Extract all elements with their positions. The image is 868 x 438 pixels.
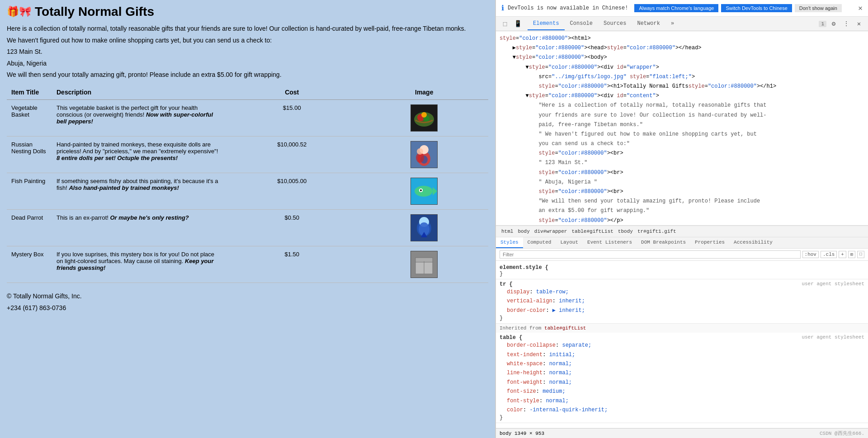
dom-line[interactable]: an extra $5.00 for gift wrapping." xyxy=(496,206,868,216)
prop-value: initial; xyxy=(549,352,576,358)
prop-name: font-style xyxy=(507,398,539,404)
address2: Abuja, Nigeria xyxy=(7,59,488,68)
prop-name: line-height xyxy=(507,370,542,376)
icon-filter1[interactable]: ⊞ xyxy=(848,251,855,258)
styles-panel-tabs: StylesComputedLayoutEvent ListenersDOM B… xyxy=(496,237,868,249)
breadcrumb-item[interactable]: body xyxy=(516,228,531,235)
gift-title: Vegetable Basket xyxy=(7,99,52,136)
breadcrumb-item[interactable]: tr#gift1.gift xyxy=(636,228,678,235)
tab-elements[interactable]: Elements xyxy=(528,18,565,30)
gift-title: Russian Nesting Dolls xyxy=(7,136,52,173)
style-section: user agent stylesheettable { border-coll… xyxy=(496,333,868,423)
inspect-icon[interactable]: ⬚ xyxy=(500,19,510,29)
style-property: border-collapse: separate; xyxy=(500,341,864,350)
dom-line[interactable]: your friends are sure to love! Our colle… xyxy=(496,111,868,120)
gift-image-thumb xyxy=(410,214,438,241)
gift-cost: $1.50 xyxy=(224,246,360,283)
filter-bar: :hov .cls + ⊞ □ xyxy=(496,249,868,261)
breadcrumb-item[interactable]: div#wrapper xyxy=(533,228,569,235)
logo-icons: 🎁🎀 xyxy=(7,6,31,18)
col-header-desc: Description xyxy=(52,85,224,100)
prop-name: border-color xyxy=(507,307,546,314)
tab-more[interactable]: » xyxy=(665,18,679,30)
dom-line[interactable]: ▼style="color:#880000"><div id="content"… xyxy=(496,91,868,101)
dom-line[interactable]: paid, free-range Tibetan monks." xyxy=(496,120,868,130)
dom-line[interactable]: style="color:#880000"></p> xyxy=(496,216,868,226)
styles-filter-input[interactable] xyxy=(500,250,801,259)
devtools-tabs: Elements Console Sources Network » xyxy=(528,18,679,30)
cls-filter[interactable]: .cls xyxy=(821,251,837,258)
gift-image xyxy=(360,136,488,173)
gift-description: This vegetable basket is the perfect gif… xyxy=(52,99,224,136)
footer-line2: +234 (617) 863-0736 xyxy=(7,304,488,313)
style-close-brace: } xyxy=(500,315,864,321)
styles-tab-computed[interactable]: Computed xyxy=(523,237,556,248)
dom-line[interactable]: " 123 Main St." xyxy=(496,158,868,168)
table-row: Russian Nesting DollsHand-painted by tra… xyxy=(7,136,488,173)
dont-show-button[interactable]: Don't show again xyxy=(795,4,842,12)
tab-sources[interactable]: Sources xyxy=(598,18,632,30)
dom-line[interactable]: ▼style="color:#880000"><body> xyxy=(496,53,868,62)
prop-value: inherit; xyxy=(559,298,585,304)
styles-tab-event-listeners[interactable]: Event Listeners xyxy=(583,237,637,248)
gift-cost: $0.50 xyxy=(224,209,360,246)
breadcrumb-item[interactable]: table#giftList xyxy=(570,228,615,235)
table-row: Mystery BoxIf you love suprises, this my… xyxy=(7,246,488,283)
dom-line[interactable]: style="color:#880000"><html> xyxy=(496,34,868,43)
gift-cost: $10,005.00 xyxy=(224,173,360,209)
close-icon[interactable]: ✕ xyxy=(858,4,863,13)
tab-console[interactable]: Console xyxy=(565,18,598,30)
dom-panel: style="color:#880000"><html> ▶style="col… xyxy=(496,31,868,226)
styles-tab-dom-breakpoints[interactable]: DOM Breakpoints xyxy=(637,237,690,248)
breadcrumb-item[interactable]: tbody xyxy=(616,228,635,235)
gift-image xyxy=(360,209,488,246)
prop-name: white-space xyxy=(507,361,542,367)
dom-line[interactable]: style="color:#880000"><br> xyxy=(496,187,868,197)
dom-line[interactable]: style="color:#880000"><br> xyxy=(496,149,868,158)
switch-devtools-button[interactable]: Switch DevTools to Chinese xyxy=(721,4,792,12)
settings-icon[interactable]: ⚙ xyxy=(828,19,839,29)
styles-tab-accessibility[interactable]: Accessibility xyxy=(729,237,777,248)
dom-line[interactable]: "Here is a collection of totally normal,… xyxy=(496,101,868,110)
prop-value: normal; xyxy=(549,370,572,376)
intro-text: Here is a collection of totally normal, … xyxy=(7,24,488,33)
toolbar-right: 1 ⚙ ⋮ ✕ xyxy=(819,19,864,29)
table-row: Vegetable BasketThis vegetable basket is… xyxy=(7,99,488,136)
hov-filter[interactable]: :hov xyxy=(802,251,819,258)
device-icon[interactable]: 📱 xyxy=(512,19,523,29)
style-property: font-style: normal; xyxy=(500,396,864,405)
style-property: font-size: medium; xyxy=(500,387,864,396)
breadcrumb-item[interactable]: html xyxy=(500,228,515,235)
style-close-brace: } xyxy=(500,414,864,421)
svg-point-4 xyxy=(421,112,427,118)
svg-point-14 xyxy=(420,189,422,191)
status-bar: body 1349 × 953 CSDN @西先生666. xyxy=(496,428,868,438)
dom-line[interactable]: " We haven't figured out how to make onl… xyxy=(496,130,868,139)
gift-description: If something seems fishy about this pain… xyxy=(52,173,224,209)
gift-title: Mystery Box xyxy=(7,246,52,283)
dom-line[interactable]: "We will then send your totally amazing … xyxy=(496,197,868,206)
table-header-row: Item Title Description Cost Image xyxy=(7,85,488,100)
style-selector: element.style { xyxy=(500,264,864,271)
more-options-icon[interactable]: ⋮ xyxy=(841,19,852,29)
styles-tab-styles[interactable]: Styles xyxy=(496,237,523,248)
styles-tab-layout[interactable]: Layout xyxy=(556,237,583,248)
dom-line[interactable]: you can send us a check to:" xyxy=(496,139,868,149)
gift-image-thumb xyxy=(410,251,438,278)
styles-tab-properties[interactable]: Properties xyxy=(690,237,729,248)
table-row: Dead ParrotThis is an ex-parrot! Or mayb… xyxy=(7,209,488,246)
dom-line[interactable]: ▶style="color:#880000"><head>style="colo… xyxy=(496,43,868,53)
gift-cost: $15.00 xyxy=(224,99,360,136)
dom-line[interactable]: src="../img/gifts/logo.jpg" style="float… xyxy=(496,72,868,82)
dom-line[interactable]: ▼style="color:#880000"><div id="wrapper"… xyxy=(496,63,868,72)
prop-name: font-size xyxy=(507,388,536,395)
match-language-button[interactable]: Always match Chrome's language xyxy=(634,4,718,12)
icon-filter2[interactable]: □ xyxy=(857,251,864,258)
style-property: white-space: normal; xyxy=(500,359,864,368)
dom-line[interactable]: style="color:#880000"><h1>Totally Normal… xyxy=(496,82,868,91)
dom-line[interactable]: " Abuja, Nigeria " xyxy=(496,178,868,187)
add-filter[interactable]: + xyxy=(839,251,846,258)
dom-line[interactable]: style="color:#880000"><br> xyxy=(496,168,868,178)
close-devtools-icon[interactable]: ✕ xyxy=(854,19,864,29)
tab-network[interactable]: Network xyxy=(632,18,665,30)
